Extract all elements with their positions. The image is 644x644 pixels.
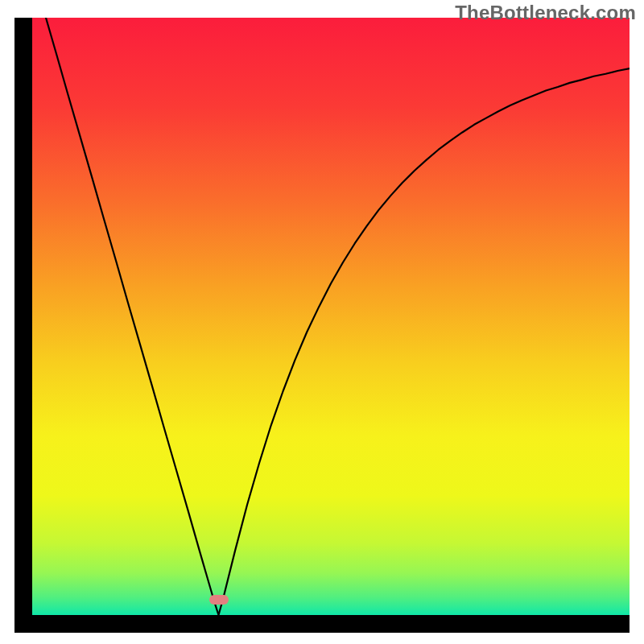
watermark-text: TheBottleneck.com	[455, 2, 636, 24]
minimum-marker	[209, 595, 229, 605]
plot-frame	[14, 18, 630, 633]
curve-line	[32, 18, 630, 615]
chart-stage: TheBottleneck.com	[0, 0, 644, 644]
plot-area	[32, 18, 630, 615]
